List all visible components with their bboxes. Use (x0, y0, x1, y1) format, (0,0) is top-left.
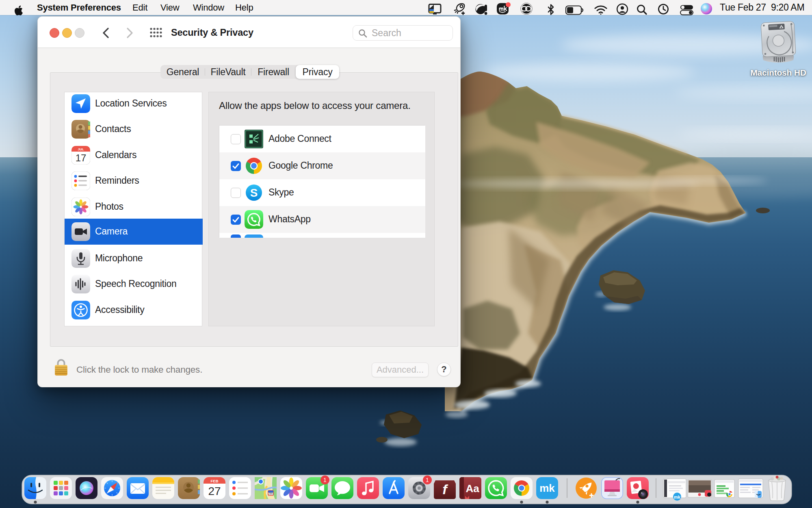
svg-text:S: S (250, 187, 258, 199)
svg-text:27: 27 (208, 485, 221, 497)
svg-text:280: 280 (269, 492, 273, 495)
svg-text:17: 17 (76, 152, 87, 163)
svg-text:mk: mk (674, 495, 681, 499)
svg-text:FEB: FEB (211, 479, 219, 483)
svg-text:1: 1 (426, 477, 429, 483)
svg-text:mk: mk (539, 482, 555, 494)
svg-text:JUL: JUL (78, 148, 84, 151)
svg-text:1: 1 (323, 477, 327, 483)
svg-text:Aa: Aa (466, 482, 479, 495)
